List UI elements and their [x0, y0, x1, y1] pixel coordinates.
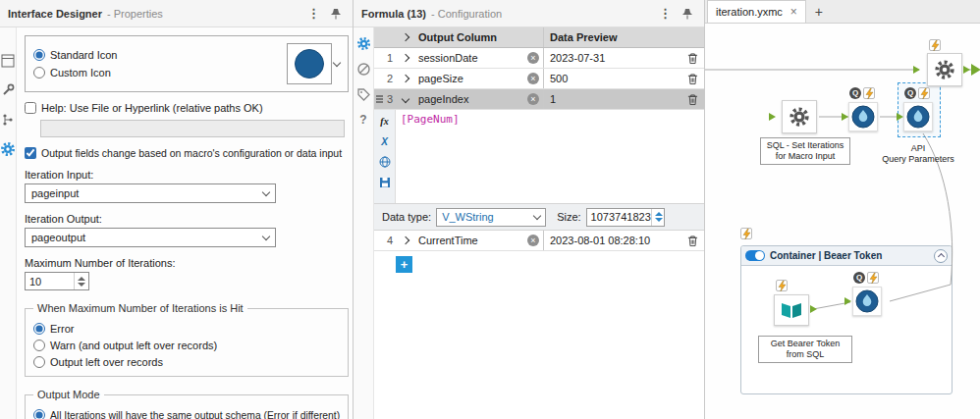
- max-iterations-stepper[interactable]: 10: [25, 272, 89, 290]
- close-icon[interactable]: ×: [790, 5, 797, 19]
- stepper-arrows[interactable]: [74, 273, 88, 289]
- max-hit-radio-1[interactable]: [33, 340, 45, 351]
- delete-row-button[interactable]: [681, 48, 704, 68]
- output-anchor-arrow: [963, 66, 970, 74]
- kebab-menu-icon[interactable]: ⋮: [300, 6, 327, 21]
- lightning-anchor-icon[interactable]: [776, 280, 788, 291]
- save-icon[interactable]: [377, 176, 393, 189]
- max-hit-option-output[interactable]: Output left over records: [33, 356, 340, 368]
- new-tab-button[interactable]: +: [806, 0, 832, 23]
- container-header[interactable]: Container | Beaer Token: [741, 246, 952, 266]
- macro-icon-preview: [295, 49, 324, 79]
- kebab-menu-icon[interactable]: ⋮: [652, 6, 679, 21]
- pin-icon[interactable]: [327, 8, 345, 20]
- data-type-select[interactable]: V_WString: [436, 208, 546, 227]
- tool-label-line: SQL - Set Iterations: [762, 140, 848, 151]
- tool-api-query-parameters[interactable]: [903, 102, 933, 131]
- container-title: Container | Beaer Token: [770, 250, 882, 261]
- tool-container-bearer-token[interactable]: Container | Beaer Token: [740, 245, 953, 394]
- tool-api-bearer[interactable]: [852, 287, 882, 316]
- lightning-anchor-icon[interactable]: [918, 87, 930, 99]
- wrench-icon[interactable]: [0, 82, 16, 98]
- question-icon[interactable]: ?: [355, 112, 371, 128]
- expression-input[interactable]: [PageNum]: [396, 110, 704, 203]
- size-stepper[interactable]: 1073741823: [586, 208, 665, 227]
- chevron-down-icon[interactable]: [333, 58, 341, 66]
- iteration-input-select[interactable]: pageinput: [25, 183, 276, 203]
- gear-icon[interactable]: [0, 141, 16, 157]
- tool-label-line: Query Parameters: [879, 154, 957, 165]
- output-mode-radio-0[interactable]: [33, 409, 45, 419]
- iteration-output-select[interactable]: pageoutput: [25, 228, 276, 247]
- output-column-name[interactable]: pageIndex: [418, 93, 468, 105]
- expand-all-chevron[interactable]: [396, 27, 415, 47]
- data-preview-value: 1: [543, 89, 681, 109]
- formula-row[interactable]: 4 CurrentTime × 2023-08-01 08:28:10: [374, 231, 704, 251]
- output-column-name[interactable]: pageSize: [418, 73, 463, 84]
- stepper-arrows[interactable]: [651, 209, 666, 226]
- variables-button[interactable]: X: [377, 134, 393, 148]
- output-column-name[interactable]: sessionDate: [418, 52, 478, 64]
- output-fields-checkbox-row[interactable]: Output fields change based on macro's co…: [25, 147, 349, 159]
- question-anchor-icon[interactable]: Q: [849, 87, 861, 99]
- help-path-input[interactable]: [40, 120, 345, 137]
- max-hit-radio-0[interactable]: [33, 323, 45, 335]
- clear-column-icon[interactable]: ×: [527, 73, 539, 84]
- lightning-anchor-icon[interactable]: [863, 87, 875, 99]
- max-hit-option-warn[interactable]: Warn (and output left over records): [33, 340, 340, 351]
- max-hit-radio-2[interactable]: [33, 356, 45, 368]
- gear-icon[interactable]: [355, 35, 371, 51]
- output-fields-checkbox[interactable]: [25, 147, 36, 159]
- workflow-canvas[interactable]: Container | Beaer Token: [705, 24, 980, 419]
- formula-row-selected[interactable]: 3 pageIndex × 1: [374, 89, 704, 110]
- panel-subtitle: - Properties: [107, 8, 163, 20]
- lightning-anchor-icon[interactable]: [867, 272, 879, 284]
- tab-iteration-yxmc[interactable]: iteration.yxmc ×: [707, 0, 806, 23]
- delete-row-button[interactable]: [681, 231, 704, 250]
- tool-api-1[interactable]: [848, 102, 878, 131]
- custom-icon-radio[interactable]: Custom Icon: [33, 67, 118, 79]
- question-anchor-icon[interactable]: Q: [904, 87, 916, 99]
- delete-row-button[interactable]: [681, 69, 704, 88]
- drag-handle-icon[interactable]: [376, 95, 383, 103]
- max-iterations-label: Maximum Number of Iterations:: [25, 257, 349, 269]
- container-collapse-button[interactable]: [934, 249, 948, 263]
- output-column-name[interactable]: CurrentTime: [418, 235, 478, 246]
- help-checkbox[interactable]: [25, 102, 36, 114]
- standard-icon-radio-input[interactable]: [33, 49, 45, 61]
- row-expand-chevron[interactable]: [396, 231, 415, 250]
- layout-icon[interactable]: [0, 53, 16, 69]
- clear-column-icon[interactable]: ×: [527, 52, 539, 64]
- icon-preview[interactable]: [287, 43, 332, 84]
- tool-sql-set-iterations[interactable]: [782, 100, 817, 133]
- row-expand-chevron[interactable]: [396, 69, 415, 88]
- delete-row-button[interactable]: [681, 89, 704, 109]
- tool-input-data-book[interactable]: [774, 294, 809, 326]
- standard-icon-radio[interactable]: Standard Icon: [33, 49, 118, 61]
- functions-button[interactable]: fx: [377, 114, 393, 128]
- output-mode-option-same-schema[interactable]: All Iterations will have the same output…: [33, 409, 340, 419]
- lightning-anchor-icon[interactable]: [929, 39, 941, 51]
- globe-icon[interactable]: [377, 155, 393, 169]
- lightning-anchor-icon[interactable]: [740, 228, 752, 239]
- data-type-label: Data type:: [382, 211, 431, 223]
- row-number: 4: [374, 231, 396, 250]
- max-hit-option-error[interactable]: Error: [33, 323, 340, 335]
- add-column-button[interactable]: +: [396, 256, 412, 273]
- pin-icon[interactable]: [679, 8, 696, 20]
- tool-macro-output-gear[interactable]: [927, 53, 962, 86]
- no-entry-icon[interactable]: [355, 61, 371, 77]
- tree-icon[interactable]: [0, 112, 16, 128]
- container-toggle[interactable]: [745, 250, 765, 261]
- formula-row[interactable]: 1 sessionDate × 2023-07-31: [374, 48, 704, 69]
- max-hit-option-label: Warn (and output left over records): [50, 340, 217, 351]
- help-checkbox-row[interactable]: Help: Use File or Hyperlink (relative pa…: [25, 102, 349, 114]
- formula-row[interactable]: 2 pageSize × 500: [374, 69, 704, 89]
- row-collapse-chevron[interactable]: [396, 89, 415, 109]
- question-anchor-icon[interactable]: Q: [853, 272, 865, 284]
- clear-column-icon[interactable]: ×: [527, 93, 539, 105]
- custom-icon-radio-input[interactable]: [33, 67, 45, 79]
- row-expand-chevron[interactable]: [396, 48, 415, 68]
- clear-column-icon[interactable]: ×: [527, 235, 539, 246]
- tag-icon[interactable]: [355, 86, 371, 102]
